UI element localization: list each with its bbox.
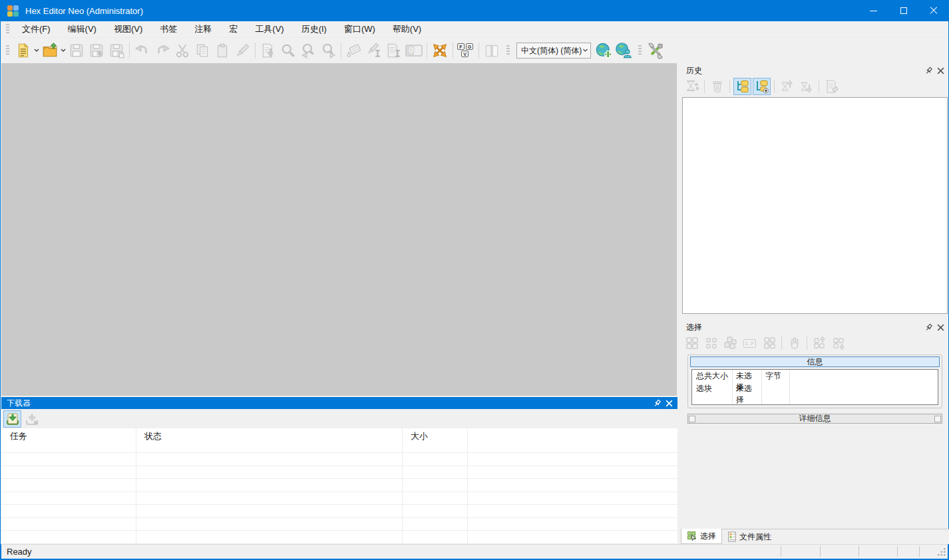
history-branch-button[interactable] xyxy=(683,78,701,95)
select-range-button[interactable]: 1..F xyxy=(741,335,759,352)
toolbar-separator xyxy=(453,43,453,59)
downloader-close-button[interactable] xyxy=(663,398,675,408)
menu-file[interactable]: 文件(F) xyxy=(13,21,59,37)
document-eraser-icon xyxy=(825,79,839,94)
downloader-panel: 下载器 任务 状态 大小 xyxy=(1,397,677,544)
chevron-down-icon xyxy=(61,49,66,53)
goto-button[interactable] xyxy=(258,41,278,61)
tab-file-properties[interactable]: 文件属性 xyxy=(722,529,777,544)
new-file-dropdown[interactable] xyxy=(33,42,40,59)
pencil-icon xyxy=(234,43,250,59)
language-select[interactable]: 中文(简体) (简体) xyxy=(516,43,591,59)
toolbar-separator xyxy=(478,43,479,59)
info-block-value: 未选择 xyxy=(732,382,761,395)
show-tree-add-button[interactable] xyxy=(753,78,771,95)
insert-data-button[interactable] xyxy=(384,41,404,61)
document-area[interactable] xyxy=(1,63,677,396)
load-selection-button[interactable] xyxy=(811,335,829,352)
add-language-button[interactable] xyxy=(594,41,614,61)
replace-button[interactable] xyxy=(344,41,364,61)
settings-tools-button[interactable] xyxy=(646,41,665,61)
paste-button[interactable] xyxy=(212,41,232,61)
find-previous-button[interactable] xyxy=(298,41,318,61)
find-grep-values-button[interactable]: F G V xyxy=(456,41,476,61)
binary-view-button[interactable]: 01 xyxy=(404,41,424,61)
tab-selection[interactable]: 选择 xyxy=(681,529,722,544)
select-block-button[interactable] xyxy=(760,335,778,352)
history-up-button[interactable] xyxy=(778,78,796,95)
column-header-status[interactable]: 状态 xyxy=(136,428,402,452)
history-pin-button[interactable] xyxy=(922,65,934,76)
history-down-button[interactable] xyxy=(797,78,815,95)
close-button[interactable] xyxy=(918,0,948,21)
menu-bookmarks[interactable]: 书签 xyxy=(151,21,186,37)
close-icon xyxy=(930,7,938,15)
save-special-button[interactable] xyxy=(87,41,106,61)
start-download-button[interactable] xyxy=(3,410,21,428)
app-window: Hex Editor Neo (Administrator) 文件(F) 编辑(… xyxy=(0,0,949,560)
save-button[interactable] xyxy=(67,41,87,61)
hand-select-button[interactable] xyxy=(785,335,803,352)
minimize-button[interactable] xyxy=(858,0,888,21)
search-next-icon xyxy=(320,43,336,59)
save-all-button[interactable] xyxy=(106,41,126,61)
column-header-task[interactable]: 任务 xyxy=(1,428,136,452)
menu-tools[interactable]: 工具(V) xyxy=(246,21,292,37)
copy-button[interactable] xyxy=(192,41,212,61)
details-header[interactable]: 详细信息 xyxy=(687,414,942,424)
fill-button[interactable] xyxy=(232,41,252,61)
undo-button[interactable] xyxy=(132,41,152,61)
stop-download-button[interactable] xyxy=(23,410,41,428)
selection-tab-icon xyxy=(687,531,697,541)
downloader-table[interactable]: 任务 状态 大小 xyxy=(1,428,677,544)
menu-bar: 文件(F) 编辑(V) 视图(V) 书签 注释 宏 工具(V) 历史(I) 窗口… xyxy=(1,21,948,38)
cut-button[interactable] xyxy=(172,41,192,61)
clear-document-history-button[interactable] xyxy=(823,78,841,95)
menu-comments[interactable]: 注释 xyxy=(186,21,220,37)
toolbar-grip[interactable] xyxy=(6,45,9,56)
hourglass-up-icon xyxy=(780,79,795,94)
menu-view[interactable]: 视图(V) xyxy=(105,21,151,37)
info-header-label: 信息 xyxy=(807,356,823,368)
expand-selection-button[interactable] xyxy=(430,41,450,61)
menu-macro[interactable]: 宏 xyxy=(220,21,246,37)
tab-selection-label: 选择 xyxy=(700,531,716,542)
find-button[interactable] xyxy=(278,41,298,61)
open-file-dropdown[interactable] xyxy=(60,42,67,59)
select-all-button[interactable] xyxy=(683,335,701,352)
invert-selection-button[interactable] xyxy=(721,335,739,352)
resize-grip[interactable] xyxy=(937,547,946,557)
menubar-grip[interactable] xyxy=(6,24,9,35)
history-list[interactable] xyxy=(682,97,948,314)
toolbar-grip[interactable] xyxy=(638,45,642,56)
selection-close-button[interactable] xyxy=(934,322,946,333)
language-user-button[interactable] xyxy=(614,41,634,61)
new-file-button[interactable] xyxy=(13,41,33,61)
menu-edit[interactable]: 编辑(V) xyxy=(59,21,105,37)
history-toolbar-separator xyxy=(729,80,730,93)
column-header-size[interactable]: 大小 xyxy=(402,428,467,452)
downloader-pin-button[interactable] xyxy=(651,398,663,408)
toolbar-grip[interactable] xyxy=(506,45,510,56)
menu-help[interactable]: 帮助(V) xyxy=(384,21,430,37)
selection-pin-button[interactable] xyxy=(922,322,934,333)
goto-offset-icon xyxy=(260,43,276,59)
menu-window[interactable]: 窗口(W) xyxy=(335,21,384,37)
find-next-button[interactable] xyxy=(318,41,338,61)
clear-history-button[interactable] xyxy=(708,78,726,95)
show-tree-button[interactable] xyxy=(733,78,751,95)
compare-files-button[interactable] xyxy=(482,41,502,61)
toolbar-separator xyxy=(341,43,341,59)
menu-history[interactable]: 历史(I) xyxy=(293,21,335,37)
open-file-button[interactable] xyxy=(40,41,60,61)
history-close-button[interactable] xyxy=(934,65,946,76)
redo-icon xyxy=(154,43,170,59)
redo-button[interactable] xyxy=(152,41,172,61)
maximize-button[interactable] xyxy=(888,0,918,21)
squares-up-icon xyxy=(813,336,827,350)
new-file-icon xyxy=(15,43,31,59)
undo-icon xyxy=(134,43,150,59)
modify-bits-button[interactable] xyxy=(364,41,384,61)
select-none-button[interactable] xyxy=(702,335,720,352)
save-selection-button[interactable] xyxy=(830,335,848,352)
